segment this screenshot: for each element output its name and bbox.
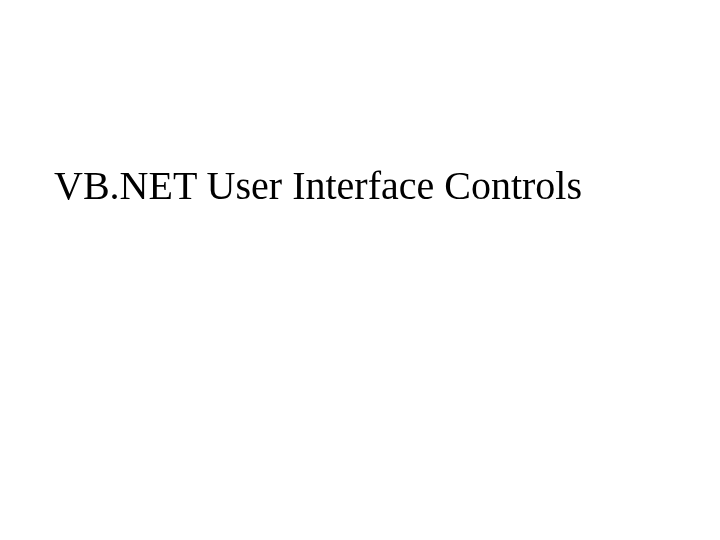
slide-title: VB.NET User Interface Controls [54, 162, 666, 210]
slide: VB.NET User Interface Controls [0, 0, 720, 540]
